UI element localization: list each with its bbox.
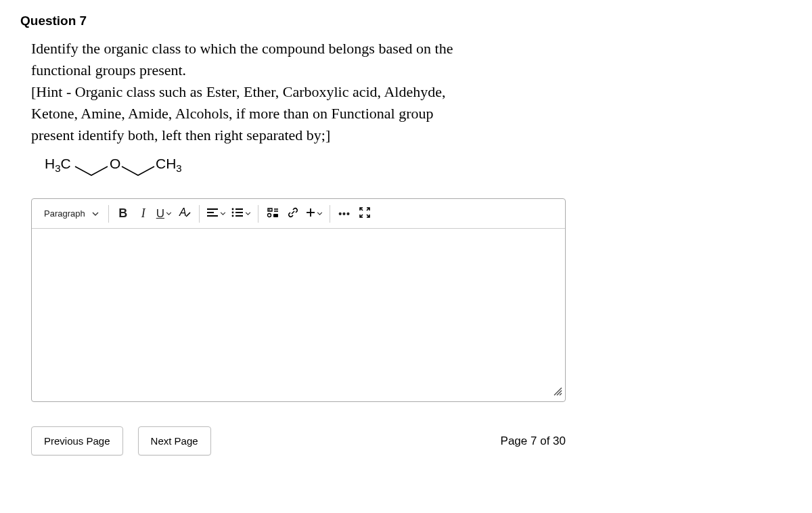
chevron-down-icon — [220, 212, 226, 215]
svg-line-20 — [560, 393, 562, 395]
svg-point-10 — [232, 215, 234, 217]
clear-format-icon: A — [178, 206, 191, 221]
list-icon — [231, 208, 244, 219]
chem-left-c: C — [61, 156, 71, 171]
fullscreen-icon — [359, 207, 370, 220]
question-body: Identify the organic class to which the … — [20, 38, 792, 146]
align-button[interactable] — [204, 203, 229, 225]
chem-left-sub: 3 — [55, 162, 60, 174]
page-indicator: Page 7 of 30 — [501, 434, 566, 448]
prompt-line-1: Identify the organic class to which the … — [31, 38, 792, 60]
previous-page-button[interactable]: Previous Page — [31, 426, 123, 455]
chevron-down-icon — [166, 212, 172, 215]
paragraph-style-label: Paragraph — [44, 208, 85, 219]
svg-point-6 — [232, 208, 234, 210]
question-label: Question 7 — [20, 14, 792, 28]
insert-button[interactable] — [303, 203, 325, 225]
chem-o: O — [110, 156, 120, 171]
media-button[interactable] — [263, 203, 283, 225]
svg-point-8 — [232, 212, 234, 214]
svg-text:H3C: H3C — [45, 156, 71, 174]
chemical-structure: H3C O CH3 — [20, 154, 792, 185]
clear-formatting-button[interactable]: A — [175, 203, 195, 225]
paragraph-style-select[interactable]: Paragraph — [36, 203, 104, 225]
underline-button[interactable]: U — [154, 203, 175, 225]
link-icon — [287, 206, 299, 221]
align-icon — [206, 208, 219, 219]
chevron-down-icon — [245, 212, 251, 215]
page-footer: Previous Page Next Page Page 7 of 30 — [31, 426, 566, 455]
chevron-down-icon — [317, 212, 323, 215]
bold-button[interactable]: B — [113, 203, 133, 225]
plus-icon — [306, 208, 315, 219]
editor-toolbar: Paragraph B I U A — [32, 199, 565, 229]
svg-text:A: A — [179, 206, 187, 218]
chem-right-ch: CH — [156, 156, 176, 171]
svg-point-14 — [268, 214, 271, 217]
chevron-down-icon — [92, 212, 99, 216]
hint-line-1: [Hint - Organic class such as Ester, Eth… — [31, 81, 792, 103]
more-button[interactable]: ••• — [334, 203, 355, 225]
svg-rect-15 — [273, 214, 278, 217]
resize-handle-icon[interactable] — [551, 385, 562, 399]
media-icon — [267, 207, 279, 220]
italic-button[interactable]: I — [133, 203, 154, 225]
fullscreen-button[interactable] — [355, 203, 375, 225]
rich-text-editor: Paragraph B I U A — [31, 198, 566, 402]
chem-right-sub: 3 — [176, 162, 181, 174]
hint-line-3: present identify both, left then right s… — [31, 125, 792, 146]
link-button[interactable] — [283, 203, 303, 225]
hint-line-2: Ketone, Amine, Amide, Alcohols, if more … — [31, 103, 792, 125]
svg-text:CH3: CH3 — [156, 156, 182, 174]
editor-textarea[interactable] — [32, 229, 565, 401]
next-page-button[interactable]: Next Page — [138, 426, 211, 455]
more-icon: ••• — [338, 208, 351, 219]
chem-left-h: H — [45, 156, 55, 171]
prompt-line-2: functional groups present. — [31, 60, 792, 81]
list-button[interactable] — [229, 203, 254, 225]
